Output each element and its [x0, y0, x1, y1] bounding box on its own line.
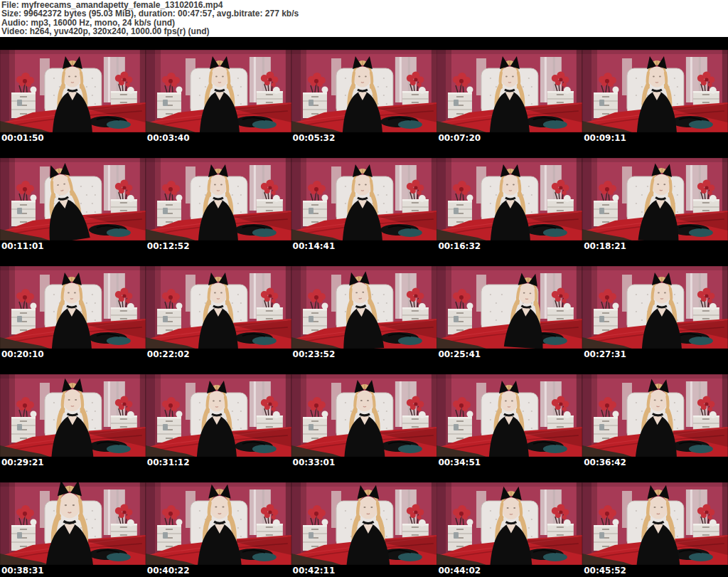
timestamp-label: 00:12:52 — [146, 240, 291, 253]
light-switch — [599, 424, 604, 430]
timestamp-text: 00:33:01 — [293, 457, 336, 467]
head — [500, 391, 518, 412]
size-line: Size: 99642372 bytes (95.03 MiB), durati… — [1, 9, 728, 18]
head — [355, 391, 373, 412]
timestamp-text: 00:36:42 — [584, 457, 626, 467]
thumbnail-cell: 00:14:41 — [291, 145, 437, 253]
timestamp-label: 00:44:02 — [437, 565, 582, 577]
timestamp-label: 00:38:31 — [0, 565, 146, 577]
light-switch — [163, 424, 168, 430]
video-frame-thumbnail — [582, 374, 728, 457]
thumbnail-cell: 00:45:52 — [582, 470, 728, 577]
timestamp-label: 00:03:40 — [146, 132, 291, 145]
timestamp-label: 00:33:01 — [291, 457, 437, 470]
head — [209, 175, 227, 196]
timestamp-label: 00:31:12 — [146, 457, 291, 470]
light-switch — [309, 100, 314, 106]
video-frame-thumbnail — [146, 158, 291, 240]
head — [653, 283, 671, 304]
timestamp-label: 00:07:20 — [437, 132, 582, 145]
video-frame-thumbnail — [582, 158, 728, 240]
video-frame-thumbnail — [437, 158, 582, 240]
thumbnail-cell: 00:31:12 — [146, 361, 291, 470]
timestamp-text: 00:40:22 — [147, 566, 190, 576]
timestamp-text: 00:23:52 — [293, 349, 336, 359]
timestamp-label: 00:14:41 — [291, 240, 437, 253]
thumbnail-cell: 00:23:52 — [291, 253, 437, 361]
light-switch — [163, 100, 168, 106]
head — [502, 175, 520, 196]
timestamp-label: 00:01:50 — [0, 132, 146, 145]
timestamp-text: 00:11:01 — [1, 241, 44, 251]
timestamp-label: 00:29:21 — [0, 457, 146, 470]
video-frame-thumbnail — [0, 50, 146, 132]
video-frame-thumbnail — [437, 266, 582, 349]
timestamp-text: 00:14:41 — [293, 241, 336, 251]
light-switch — [17, 424, 22, 430]
video-frame-thumbnail — [437, 482, 582, 565]
light-switch — [309, 208, 314, 214]
timestamp-text: 00:27:31 — [584, 349, 626, 359]
timestamp-text: 00:05:32 — [293, 133, 336, 143]
thumbnail-cell: 00:03:40 — [146, 37, 291, 145]
timestamp-label: 00:22:02 — [146, 349, 291, 361]
video-frame-thumbnail — [146, 266, 291, 349]
light-switch — [163, 316, 168, 322]
head — [353, 175, 371, 196]
video-frame-thumbnail — [0, 374, 146, 457]
light-switch — [309, 532, 314, 539]
timestamp-label: 00:40:22 — [146, 565, 291, 577]
thumbnail-cell: 00:12:52 — [146, 145, 291, 253]
video-frame-thumbnail — [437, 50, 582, 132]
video-frame-thumbnail — [0, 266, 146, 349]
head — [208, 391, 225, 412]
video-frame-thumbnail — [291, 158, 437, 240]
head — [210, 496, 230, 519]
contact-sheet: File: myfreecams_amandapetty_female_1310… — [0, 0, 728, 577]
thumbnail-cell: 00:16:32 — [437, 145, 582, 253]
thumbnail-cell: 00:40:22 — [146, 470, 291, 577]
timestamp-text: 00:09:11 — [584, 133, 626, 143]
timestamp-label: 00:16:32 — [437, 240, 582, 253]
video-frame-thumbnail — [582, 266, 728, 349]
timestamp-text: 00:29:21 — [1, 457, 44, 467]
timestamp-label: 00:42:11 — [291, 565, 437, 577]
thumbnail-cell: 00:34:51 — [437, 361, 582, 470]
thumbnail-cell: 00:22:02 — [146, 253, 291, 361]
head — [353, 67, 371, 88]
video-frame-thumbnail — [291, 50, 437, 132]
video-frame-thumbnail — [0, 158, 146, 240]
timestamp-text: 00:18:21 — [584, 241, 626, 251]
head — [648, 67, 666, 88]
thumbnail-cell: 00:05:32 — [291, 37, 437, 145]
light-switch — [454, 100, 459, 106]
thumbnail-cell: 00:20:10 — [0, 253, 146, 361]
video-frame-thumbnail — [437, 374, 582, 457]
video-frame-thumbnail — [582, 482, 728, 565]
thumbnail-cell: 00:09:11 — [582, 37, 728, 145]
timestamp-text: 00:16:32 — [438, 241, 481, 251]
timestamp-text: 00:34:51 — [438, 457, 481, 467]
timestamp-text: 00:03:40 — [147, 133, 190, 143]
timestamp-label: 00:18:21 — [582, 240, 728, 253]
light-switch — [599, 316, 604, 322]
timestamp-text: 00:42:11 — [293, 566, 336, 576]
light-switch — [17, 532, 22, 539]
thumbnail-cell: 00:42:11 — [291, 470, 437, 577]
timestamp-text: 00:31:12 — [147, 457, 190, 467]
video-frame-thumbnail — [291, 266, 437, 349]
thumbnail-cell: 00:27:31 — [582, 253, 728, 361]
timestamp-text: 00:20:10 — [1, 349, 44, 359]
thumbnail-grid: 00:01:50 — [0, 37, 728, 577]
light-switch — [163, 208, 168, 214]
light-switch — [454, 532, 459, 539]
video-frame-thumbnail — [291, 374, 437, 457]
head — [63, 283, 80, 304]
head — [502, 497, 520, 519]
timestamp-text: 00:12:52 — [147, 241, 190, 251]
head — [501, 67, 519, 88]
thumbnail-cell: 00:36:42 — [582, 361, 728, 470]
thumbnail-cell: 00:18:21 — [582, 145, 728, 253]
thumbnail-cell: 00:38:31 — [0, 470, 146, 577]
thumbnail-cell: 00:01:50 — [0, 37, 146, 145]
